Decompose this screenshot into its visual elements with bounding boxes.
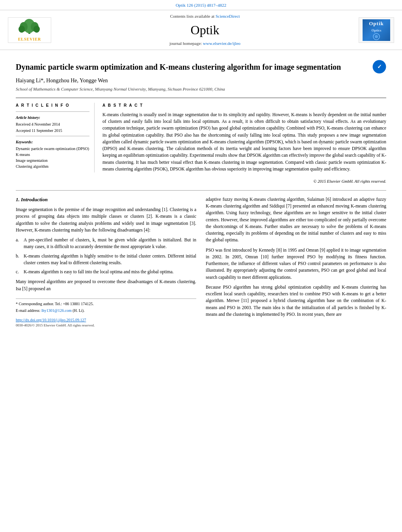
list-item-b: b. K-means clustering algorithm is highl… bbox=[16, 253, 196, 267]
keyword-item: K-means bbox=[16, 152, 89, 158]
doi-bar: Optik 126 (2015) 4817–4822 bbox=[0, 0, 402, 10]
received-date: Received 4 November 2014 bbox=[16, 122, 89, 127]
intro-para-2: Many improved algorithms are proposed to… bbox=[16, 278, 196, 292]
paper-content: Dynamic particle swarm optimization and … bbox=[0, 50, 402, 336]
svg-point-5 bbox=[34, 26, 40, 33]
list-label-a: a. bbox=[16, 237, 19, 243]
list-item-c: c. K-means algorithm is easy to fall int… bbox=[16, 269, 196, 275]
list-item-a: a. A pre-specified number of clusters, k… bbox=[16, 237, 196, 250]
doi-link[interactable]: http://dx.doi.org/10.1016/j.ijleo.2015.0… bbox=[16, 318, 86, 322]
abstract-text: K-means clustering is usually used in im… bbox=[102, 111, 386, 172]
keywords-label: Keywords: bbox=[16, 139, 89, 145]
contents-line: Contents lists available at ScienceDirec… bbox=[59, 13, 351, 19]
svg-point-4 bbox=[19, 26, 25, 33]
section-divider bbox=[16, 190, 386, 191]
keyword-item: Clustering algorithm bbox=[16, 164, 89, 169]
footnote-email: E-mail address: lhy1301@126.com (H. Li). bbox=[16, 308, 196, 313]
doi-text: Optik 126 (2015) 4817–4822 bbox=[176, 3, 227, 7]
svg-point-7 bbox=[375, 35, 378, 38]
abstract-section: A B S T R A C T K-means clustering is us… bbox=[102, 103, 386, 172]
body-right-col: adaptive fuzzy moving K-means clustering… bbox=[206, 196, 386, 328]
paper-title: Dynamic particle swarm optimization and … bbox=[16, 62, 341, 72]
sciencedirect-link[interactable]: ScienceDirect bbox=[216, 14, 240, 19]
body-left-col: 1. Introduction Image segmentation is th… bbox=[16, 196, 196, 328]
intro-para-1: Image segmentation is the premise of the… bbox=[16, 206, 196, 234]
elsevier-tree-icon bbox=[14, 18, 45, 36]
bottom-copyright: 0030-4026/© 2015 Elsevier GmbH. All righ… bbox=[16, 323, 196, 328]
footnote-star: * Corresponding author. Tel.: +86 13881 … bbox=[16, 301, 196, 307]
article-info-abstract: A R T I C L E I N F O Article history: R… bbox=[16, 98, 386, 172]
body-columns: 1. Introduction Image segmentation is th… bbox=[16, 196, 386, 328]
affiliation: School of Mathematics & Computer Science… bbox=[16, 86, 386, 92]
right-para-2: PSO was first introduced by Kennedy [8] … bbox=[206, 247, 386, 281]
crossmark-icon[interactable]: ✓ bbox=[372, 60, 386, 74]
journal-center: Contents lists available at ScienceDirec… bbox=[51, 13, 359, 46]
disadvantages-list: a. A pre-specified number of clusters, k… bbox=[16, 237, 196, 275]
copyright-line: © 2015 Elsevier GmbH. All rights reserve… bbox=[16, 179, 386, 185]
email-link[interactable]: lhy1301@126.com bbox=[41, 308, 72, 313]
elsevier-logo: ELSEVIER bbox=[8, 17, 51, 43]
homepage-line: journal homepage: www.elsevier.de/ijleo bbox=[59, 41, 351, 46]
accepted-date: Accepted 11 September 2015 bbox=[16, 128, 89, 133]
journal-header: ELSEVIER Contents lists available at Sci… bbox=[0, 10, 402, 50]
abstract-heading: A B S T R A C T bbox=[102, 103, 386, 108]
authors: Haiyang Li*, Hongzhou He, Yongge Wen bbox=[16, 77, 386, 85]
footnote-section: * Corresponding author. Tel.: +86 13881 … bbox=[16, 298, 196, 313]
article-info: A R T I C L E I N F O Article history: R… bbox=[16, 103, 95, 172]
keywords-list: Dynamic particle swarm optimization (DPS… bbox=[16, 146, 89, 169]
svg-text:✓: ✓ bbox=[377, 63, 382, 70]
keyword-item: Dynamic particle swarm optimization (DPS… bbox=[16, 146, 89, 152]
journal-name: Optik bbox=[59, 21, 351, 39]
optik-journal-logo: Optik Optics bbox=[359, 17, 394, 43]
article-history-label: Article history: bbox=[16, 115, 89, 120]
right-para-3: Because PSO algorithm has strong global … bbox=[206, 284, 386, 318]
intro-heading: 1. Introduction bbox=[16, 196, 196, 203]
homepage-link[interactable]: www.elsevier.de/ijleo bbox=[203, 41, 240, 46]
elsevier-wordmark: ELSEVIER bbox=[18, 37, 41, 42]
optik-logo-icon bbox=[371, 33, 382, 40]
optik-logo-graphic: Optik Optics bbox=[363, 19, 390, 41]
doi-link-line: http://dx.doi.org/10.1016/j.ijleo.2015.0… bbox=[16, 317, 196, 323]
list-label-c: c. bbox=[16, 269, 19, 275]
keyword-item: Image segmentation bbox=[16, 158, 89, 163]
article-info-heading: A R T I C L E I N F O bbox=[16, 103, 89, 108]
right-para-1: adaptive fuzzy moving K-means clustering… bbox=[206, 196, 386, 244]
list-label-b: b. bbox=[16, 253, 19, 260]
